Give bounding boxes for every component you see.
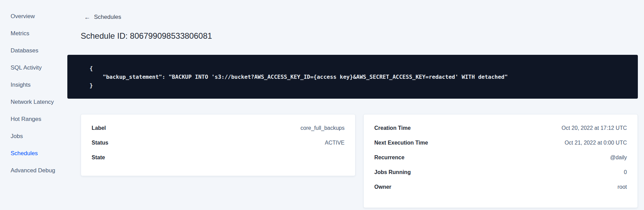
detail-row-value: Oct 20, 2022 at 17:12 UTC xyxy=(562,125,627,131)
sidebar-item-overview[interactable]: Overview xyxy=(0,8,65,25)
schedule-attributes-rows: Label core_full_backups Status ACTIVE St… xyxy=(92,121,345,165)
detail-row: Creation Time Oct 20, 2022 at 17:12 UTC xyxy=(374,121,627,135)
schedule-timing-rows: Creation Time Oct 20, 2022 at 17:12 UTC … xyxy=(374,121,627,194)
detail-row-label: Label xyxy=(92,125,106,131)
detail-row-value: core_full_backups xyxy=(300,125,345,131)
detail-row-value: Oct 21, 2022 at 0:00 UTC xyxy=(565,140,627,146)
detail-row-label: State xyxy=(92,155,105,161)
detail-row-label: Recurrence xyxy=(374,155,404,161)
detail-row-label: Status xyxy=(92,140,108,146)
detail-row: Status ACTIVE xyxy=(92,135,345,150)
detail-row-label: Jobs Running xyxy=(374,169,411,175)
sidebar-nav-list: OverviewMetricsDatabasesSQL ActivityInsi… xyxy=(0,8,65,179)
schedule-definition-code-block: { "backup_statement": "BACKUP INTO 's3:/… xyxy=(67,55,638,99)
detail-row-label: Owner xyxy=(374,184,391,190)
detail-row: Label core_full_backups xyxy=(92,121,345,135)
schedule-attributes-card: Label core_full_backups Status ACTIVE St… xyxy=(81,114,355,176)
sidebar-item-hot-ranges[interactable]: Hot Ranges xyxy=(0,111,65,128)
sidebar-item-jobs[interactable]: Jobs xyxy=(0,128,65,145)
sidebar-item-network-latency[interactable]: Network Latency xyxy=(0,94,65,111)
detail-row-value: ACTIVE xyxy=(325,140,345,146)
sidebar-item-advanced-debug[interactable]: Advanced Debug xyxy=(0,162,65,179)
detail-row-label: Next Execution Time xyxy=(374,140,428,146)
sidebar-item-databases[interactable]: Databases xyxy=(0,42,65,59)
detail-row: Owner root xyxy=(374,180,627,194)
detail-row-value: root xyxy=(617,184,627,190)
back-arrow-icon: ← xyxy=(84,14,90,20)
back-link-label: Schedules xyxy=(94,14,121,21)
sidebar-item-metrics[interactable]: Metrics xyxy=(0,25,65,42)
detail-row: Recurrence @daily xyxy=(374,150,627,165)
schedule-timing-card: Creation Time Oct 20, 2022 at 17:12 UTC … xyxy=(363,114,638,208)
page-title: Schedule ID: 806799098533806081 xyxy=(81,31,638,41)
detail-row: Jobs Running 0 xyxy=(374,165,627,180)
sidebar-item-insights[interactable]: Insights xyxy=(0,76,65,94)
detail-row: Next Execution Time Oct 21, 2022 at 0:00… xyxy=(374,135,627,150)
detail-row-label: Creation Time xyxy=(374,125,411,131)
sidebar-item-sql-activity[interactable]: SQL Activity xyxy=(0,59,65,76)
detail-row-value: 0 xyxy=(624,169,627,175)
detail-row-value: @daily xyxy=(610,155,627,161)
summary-cards: Label core_full_backups Status ACTIVE St… xyxy=(81,114,638,208)
detail-row: State xyxy=(92,150,345,165)
main-content: ← Schedules Schedule ID: 806799098533806… xyxy=(65,0,644,210)
sidebar-item-schedules[interactable]: Schedules xyxy=(0,145,65,162)
back-link-schedules[interactable]: ← Schedules xyxy=(84,14,121,21)
sidebar: OverviewMetricsDatabasesSQL ActivityInsi… xyxy=(0,0,65,210)
